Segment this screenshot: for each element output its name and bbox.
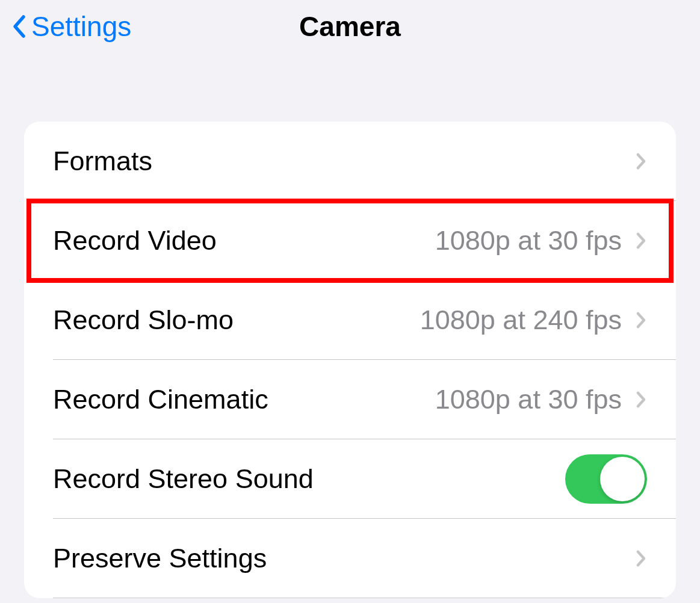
row-record-slo-mo[interactable]: Record Slo-mo 1080p at 240 fps	[24, 280, 676, 360]
row-value: 1080p at 240 fps	[420, 305, 622, 336]
chevron-left-icon	[10, 13, 28, 40]
chevron-right-icon	[635, 231, 647, 250]
back-label: Settings	[31, 10, 131, 43]
stereo-sound-toggle[interactable]	[565, 454, 647, 504]
chevron-right-icon	[635, 152, 647, 171]
toggle-knob	[600, 457, 645, 501]
chevron-right-icon	[635, 549, 647, 568]
row-label: Record Cinematic	[53, 384, 268, 415]
row-label: Record Stereo Sound	[53, 463, 314, 495]
row-label: Record Slo-mo	[53, 305, 234, 336]
settings-group: Formats Record Video 1080p at 30 fps Rec…	[24, 122, 676, 598]
row-value: 1080p at 30 fps	[435, 225, 622, 256]
row-record-video[interactable]: Record Video 1080p at 30 fps	[29, 201, 671, 280]
row-label: Formats	[53, 146, 152, 177]
row-label: Record Video	[53, 225, 217, 256]
navigation-bar: Settings Camera	[0, 0, 700, 53]
row-value: 1080p at 30 fps	[435, 384, 622, 415]
row-label: Preserve Settings	[53, 543, 267, 574]
row-formats[interactable]: Formats	[24, 122, 676, 201]
row-record-cinematic[interactable]: Record Cinematic 1080p at 30 fps	[24, 360, 676, 439]
chevron-right-icon	[635, 311, 647, 330]
row-preserve-settings[interactable]: Preserve Settings	[24, 519, 676, 598]
row-record-stereo-sound[interactable]: Record Stereo Sound	[24, 439, 676, 519]
page-title: Camera	[299, 10, 401, 43]
content-area: Formats Record Video 1080p at 30 fps Rec…	[0, 53, 700, 598]
back-button[interactable]: Settings	[10, 10, 131, 43]
chevron-right-icon	[635, 390, 647, 409]
